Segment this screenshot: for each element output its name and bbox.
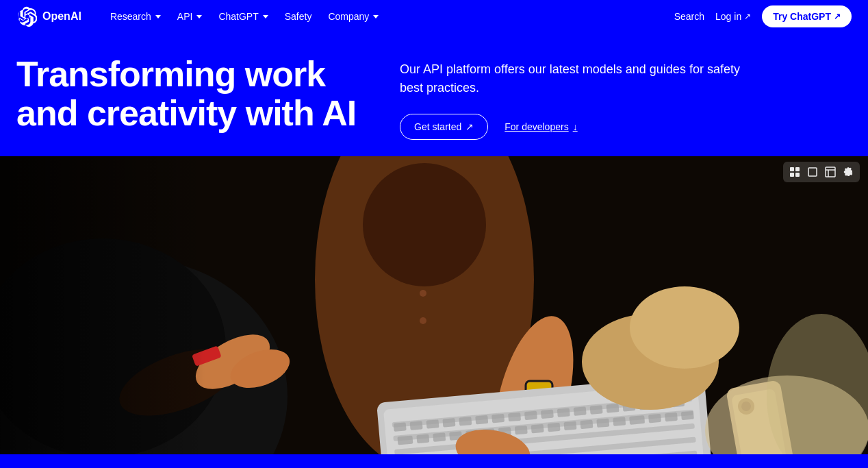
svg-rect-63 (648, 414, 661, 423)
svg-rect-1 (795, 167, 800, 171)
settings-button[interactable] (841, 164, 856, 180)
svg-rect-59 (580, 420, 593, 430)
api-chevron-icon (196, 15, 202, 19)
nav-right: Search Log in ↗ Try ChatGPT ↗ (674, 5, 852, 27)
svg-rect-55 (515, 426, 528, 435)
image-controls (783, 162, 860, 182)
hero-buttons: Get started ↗ For developers ↓ (400, 114, 852, 140)
search-button[interactable]: Search (674, 11, 704, 22)
nav-links: Research API ChatGPT Safety Company (103, 7, 674, 26)
chatgpt-chevron-icon (263, 15, 268, 19)
svg-rect-2 (790, 173, 794, 177)
svg-rect-38 (524, 411, 537, 421)
svg-rect-32 (426, 419, 439, 429)
svg-rect-77 (0, 156, 205, 454)
svg-rect-58 (564, 421, 577, 431)
svg-rect-49 (416, 434, 429, 444)
hero-section: Transforming work and creativity with AI… (0, 33, 868, 156)
nav-item-safety[interactable]: Safety (278, 7, 319, 26)
single-view-button[interactable] (805, 164, 820, 180)
thumbnail-view-button[interactable] (823, 164, 838, 180)
svg-rect-39 (541, 410, 554, 419)
svg-rect-3 (795, 173, 800, 177)
hero-description: Our API platform offers our latest model… (400, 60, 756, 97)
company-chevron-icon (373, 15, 379, 19)
logo-area[interactable]: OpenAI (16, 6, 81, 27)
svg-point-18 (420, 317, 426, 324)
svg-rect-34 (459, 417, 472, 426)
nav-item-api[interactable]: API (170, 7, 209, 26)
svg-rect-5 (826, 167, 835, 177)
svg-rect-0 (790, 167, 794, 171)
svg-rect-56 (531, 424, 544, 434)
svg-rect-37 (508, 412, 521, 422)
svg-rect-40 (557, 408, 570, 417)
svg-rect-57 (548, 423, 561, 432)
nav-item-company[interactable]: Company (321, 7, 385, 26)
hero-image (0, 156, 868, 454)
research-chevron-icon (155, 15, 161, 19)
svg-rect-43 (607, 404, 620, 413)
svg-rect-60 (596, 419, 609, 428)
grid-icon (789, 167, 800, 177)
svg-rect-64 (665, 412, 678, 422)
settings-icon (843, 167, 854, 177)
svg-rect-42 (590, 405, 603, 415)
svg-rect-35 (475, 415, 488, 425)
hero-title: Transforming work and creativity with AI (16, 55, 372, 133)
login-button[interactable]: Log in ↗ (715, 11, 751, 22)
try-arrow-icon: ↗ (834, 12, 841, 21)
svg-rect-30 (394, 422, 407, 432)
svg-point-17 (420, 290, 426, 297)
for-developers-button[interactable]: For developers ↓ (505, 121, 577, 132)
get-started-arrow-icon: ↗ (465, 121, 474, 132)
get-started-button[interactable]: Get started ↗ (400, 114, 488, 140)
svg-rect-31 (410, 421, 423, 430)
navbar: OpenAI Research API ChatGPT Safety Compa… (0, 0, 868, 33)
try-chatgpt-button[interactable]: Try ChatGPT ↗ (762, 5, 852, 27)
openai-logo-icon (16, 6, 37, 27)
svg-rect-50 (433, 432, 446, 442)
svg-rect-4 (808, 168, 817, 176)
svg-rect-65 (681, 411, 694, 421)
svg-rect-36 (492, 414, 505, 423)
svg-point-16 (363, 163, 486, 286)
svg-rect-62 (629, 415, 645, 425)
svg-rect-33 (442, 418, 455, 428)
login-arrow-icon: ↗ (744, 12, 751, 21)
brand-name: OpenAI (42, 10, 81, 23)
single-view-icon (807, 167, 818, 177)
svg-point-70 (630, 286, 739, 369)
nav-item-chatgpt[interactable]: ChatGPT (212, 7, 275, 26)
hero-right: Our API platform offers our latest model… (400, 55, 852, 140)
thumbnail-view-icon (825, 167, 836, 177)
hero-image-section (0, 156, 868, 454)
developers-arrow-icon: ↓ (573, 121, 578, 132)
hero-scene-svg (0, 156, 868, 454)
svg-rect-48 (397, 436, 413, 445)
nav-item-research[interactable]: Research (103, 7, 168, 26)
svg-rect-61 (613, 417, 626, 426)
hero-left: Transforming work and creativity with AI (16, 55, 372, 133)
svg-rect-41 (574, 406, 587, 416)
grid-view-button[interactable] (787, 164, 802, 180)
